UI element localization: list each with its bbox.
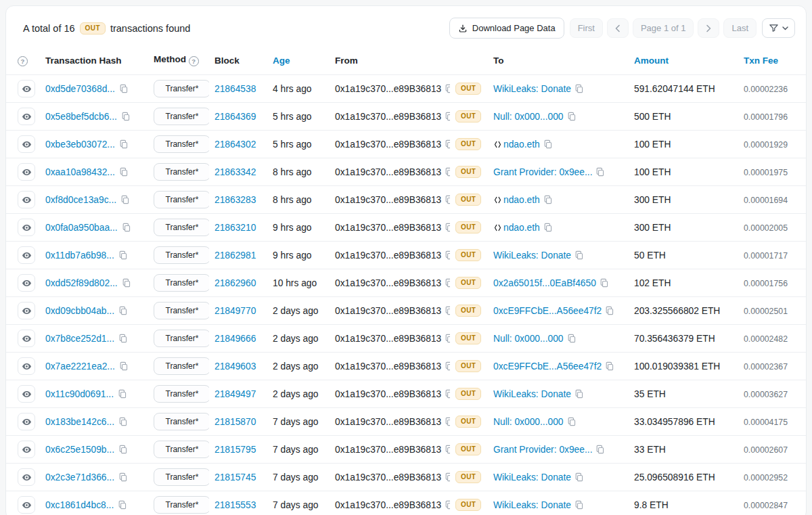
- copy-from-button[interactable]: [445, 445, 450, 454]
- transaction-hash-link[interactable]: 0xf8d0ce13a9c...: [45, 195, 116, 205]
- view-transaction-button[interactable]: [18, 219, 35, 236]
- to-address-link[interactable]: 0x2a65015f...0EaBf4650: [493, 278, 596, 288]
- block-link[interactable]: 21849497: [215, 389, 256, 399]
- transaction-hash-link[interactable]: 0xc1861d4bc8...: [45, 500, 114, 510]
- view-transaction-button[interactable]: [18, 330, 35, 347]
- view-transaction-button[interactable]: [18, 246, 35, 264]
- copy-to-button[interactable]: [574, 500, 584, 510]
- transaction-hash-link[interactable]: 0xbe3eb03072...: [45, 139, 115, 150]
- copy-hash-button[interactable]: [118, 500, 127, 510]
- copy-hash-button[interactable]: [119, 84, 129, 93]
- method-button[interactable]: Transfer*: [154, 274, 209, 292]
- transaction-hash-link[interactable]: 0xdd52f89d802...: [45, 278, 118, 288]
- pagination-prev-button[interactable]: [607, 18, 629, 39]
- copy-to-button[interactable]: [574, 84, 584, 93]
- to-address-link[interactable]: Grant Provider: 0x9ee...: [493, 167, 592, 177]
- copy-from-button[interactable]: [445, 84, 450, 93]
- copy-to-button[interactable]: [605, 306, 614, 315]
- transaction-hash-link[interactable]: 0x11c90d0691...: [45, 389, 114, 399]
- to-address-link[interactable]: ndao.eth: [503, 139, 540, 150]
- view-transaction-button[interactable]: [18, 274, 35, 292]
- method-button[interactable]: Transfer*: [154, 108, 209, 125]
- to-address-link[interactable]: ndao.eth: [503, 223, 540, 233]
- view-transaction-button[interactable]: [18, 413, 35, 430]
- column-header-age[interactable]: Age: [267, 47, 330, 75]
- copy-to-button[interactable]: [567, 334, 577, 343]
- copy-from-button[interactable]: [445, 361, 450, 371]
- copy-hash-button[interactable]: [118, 306, 128, 315]
- transaction-hash-link[interactable]: 0x0fa0a950baa...: [45, 223, 118, 233]
- copy-to-button[interactable]: [574, 472, 584, 482]
- copy-from-button[interactable]: [445, 334, 450, 343]
- to-address-link[interactable]: WikiLeaks: Donate: [493, 472, 571, 483]
- method-button[interactable]: Transfer*: [154, 302, 209, 319]
- to-address-link[interactable]: WikiLeaks: Donate: [493, 250, 571, 261]
- view-transaction-button[interactable]: [18, 468, 35, 486]
- transaction-hash-link[interactable]: 0x183be142c6...: [45, 417, 114, 427]
- transaction-hash-link[interactable]: 0x11db7a6b98...: [45, 250, 114, 261]
- view-transaction-button[interactable]: [18, 135, 35, 153]
- block-link[interactable]: 21863210: [215, 223, 256, 233]
- view-transaction-button[interactable]: [18, 163, 35, 181]
- to-address-link[interactable]: Grant Provider: 0x9ee...: [493, 445, 592, 455]
- copy-from-button[interactable]: [445, 139, 450, 149]
- transaction-hash-link[interactable]: 0x7b8ce252d1...: [45, 334, 114, 344]
- copy-to-button[interactable]: [574, 389, 584, 399]
- block-link[interactable]: 21849666: [215, 334, 256, 344]
- copy-to-button[interactable]: [543, 223, 553, 232]
- view-transaction-button[interactable]: [18, 80, 35, 97]
- to-address-link[interactable]: 0xcE9FFCbE...A56ee47f2: [493, 306, 602, 316]
- to-address-link[interactable]: Null: 0x000...000: [493, 334, 564, 344]
- view-transaction-button[interactable]: [18, 108, 35, 125]
- method-button[interactable]: Transfer*: [154, 135, 209, 153]
- block-link[interactable]: 21864538: [215, 84, 256, 94]
- pagination-first-button[interactable]: First: [570, 18, 603, 38]
- method-button[interactable]: Transfer*: [154, 468, 209, 486]
- transaction-hash-link[interactable]: 0x5e8bef5dcb6...: [45, 112, 117, 122]
- copy-hash-button[interactable]: [122, 278, 131, 288]
- copy-from-button[interactable]: [445, 306, 450, 315]
- copy-hash-button[interactable]: [118, 417, 128, 426]
- copy-to-button[interactable]: [543, 195, 553, 204]
- transaction-hash-link[interactable]: 0xd09cbb04ab...: [45, 306, 114, 316]
- copy-from-button[interactable]: [445, 278, 450, 288]
- method-button[interactable]: Transfer*: [154, 191, 209, 208]
- method-button[interactable]: Transfer*: [154, 413, 209, 430]
- view-transaction-button[interactable]: [18, 385, 35, 403]
- transaction-hash-link[interactable]: 0xaa10a98432...: [45, 167, 115, 177]
- block-link[interactable]: 21815870: [215, 417, 256, 427]
- copy-hash-button[interactable]: [122, 223, 131, 232]
- transaction-hash-link[interactable]: 0x2c3e71d366...: [45, 472, 114, 483]
- copy-from-button[interactable]: [445, 195, 450, 204]
- copy-from-button[interactable]: [445, 500, 450, 510]
- transaction-hash-link[interactable]: 0x6c25e1509b...: [45, 445, 114, 455]
- copy-from-button[interactable]: [445, 417, 450, 426]
- to-address-link[interactable]: WikiLeaks: Donate: [493, 389, 571, 399]
- copy-to-button[interactable]: [595, 167, 605, 177]
- pagination-last-button[interactable]: Last: [723, 18, 757, 38]
- method-button[interactable]: Transfer*: [154, 441, 209, 458]
- copy-hash-button[interactable]: [118, 250, 128, 260]
- block-link[interactable]: 21862981: [215, 250, 256, 261]
- method-button[interactable]: Transfer*: [154, 330, 209, 347]
- to-address-link[interactable]: Null: 0x000...000: [493, 417, 564, 427]
- block-link[interactable]: 21849603: [215, 361, 256, 372]
- transaction-hash-link[interactable]: 0xd5de70368d...: [45, 84, 115, 94]
- copy-hash-button[interactable]: [118, 472, 128, 482]
- block-link[interactable]: 21815745: [215, 472, 256, 483]
- pagination-next-button[interactable]: [698, 18, 719, 39]
- copy-to-button[interactable]: [600, 278, 609, 288]
- method-button[interactable]: Transfer*: [154, 163, 209, 181]
- view-transaction-button[interactable]: [18, 191, 35, 208]
- copy-from-button[interactable]: [445, 223, 450, 232]
- copy-to-button[interactable]: [567, 417, 577, 426]
- block-link[interactable]: 21863342: [215, 167, 256, 177]
- download-page-data-button[interactable]: Download Page Data: [449, 18, 564, 39]
- to-address-link[interactable]: WikiLeaks: Donate: [493, 500, 571, 510]
- method-button[interactable]: Transfer*: [154, 496, 209, 514]
- block-link[interactable]: 21863283: [215, 195, 256, 205]
- method-button[interactable]: Transfer*: [154, 80, 209, 97]
- view-transaction-button[interactable]: [18, 496, 35, 514]
- method-button[interactable]: Transfer*: [154, 385, 209, 403]
- block-link[interactable]: 21862960: [215, 278, 256, 288]
